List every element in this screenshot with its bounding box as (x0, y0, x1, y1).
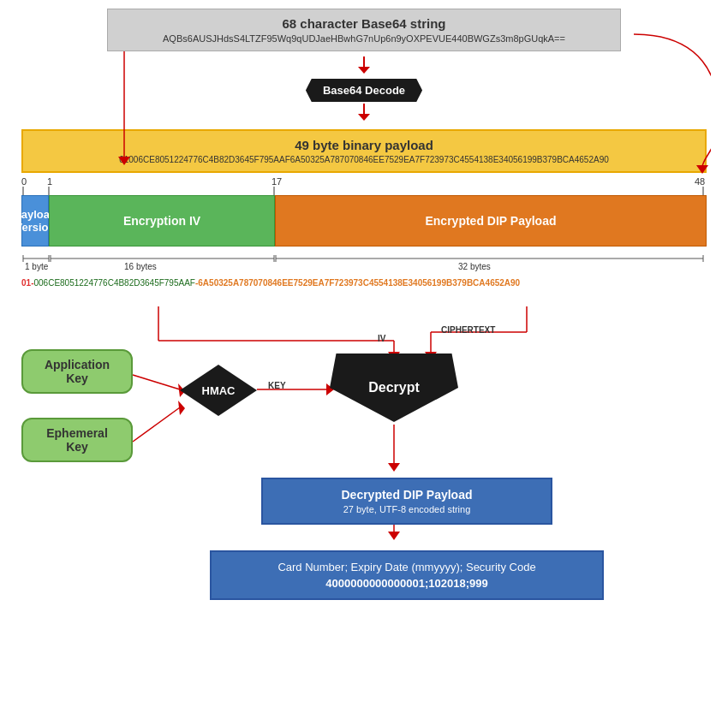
ruler-tick-1: 1 (47, 176, 52, 187)
hex-iv: 006CE8051224776C4B82D3645F795AAF (33, 278, 194, 288)
svg-marker-28 (178, 401, 185, 415)
app-key-label: Application Key (45, 358, 110, 385)
key-label: KEY (268, 381, 286, 390)
svg-line-27 (133, 407, 180, 442)
hex-row: 01-006CE8051224776C4B82D3645F795AAF-6A50… (21, 277, 707, 289)
hex-version: 01 (21, 278, 31, 288)
ruler-tick-0: 0 (21, 176, 27, 187)
card-value: 4000000000000001;102018;999 (220, 577, 594, 590)
decrypted-payload-box: Decrypted DIP Payload 27 byte, UTF-8 enc… (261, 478, 552, 525)
payload-box: 49 byte binary payload 01006CE8051224776… (21, 129, 707, 173)
base64-decode-button[interactable]: Base64 Decode (306, 79, 422, 102)
ciphertext-label: CIPHERTEXT (441, 325, 495, 335)
byte-label-16: 16 bytes (124, 262, 157, 271)
svg-marker-1 (358, 67, 370, 74)
svg-marker-34 (388, 532, 400, 540)
application-key-box: Application Key (21, 349, 133, 394)
segment-iv: Encryption IV (49, 195, 275, 247)
segment-iv-label: Encryption IV (123, 214, 200, 228)
decrypt-shape: Decrypt (330, 354, 458, 422)
hex-encrypted: 6A50325A787070846EE7529EA7F723973C455413… (198, 278, 520, 288)
segment-version: Payload Version (21, 195, 49, 247)
payload-title: 49 byte binary payload (33, 138, 695, 152)
svg-marker-3 (358, 114, 370, 121)
card-number-box: Card Number; Expiry Date (mmyyyy); Secur… (210, 550, 604, 600)
base64-box: 68 character Base64 string AQBs6AUSJHdsS… (107, 9, 621, 51)
iv-label: IV (378, 334, 385, 343)
byte-label-1: 1 byte (25, 262, 48, 271)
decrypted-payload-title: Decrypted DIP Payload (272, 488, 542, 502)
byte-label-32: 32 bytes (458, 262, 491, 271)
decrypted-payload-sub: 27 byte, UTF-8 encoded string (272, 504, 542, 514)
eph-key-label: Ephemeral Key (46, 426, 108, 454)
ruler-tick-17: 17 (272, 176, 282, 187)
base64-value: AQBs6AUSJHdsS4LTZF95Wq9qUDJaeHBwhG7nUp6n… (118, 33, 610, 44)
hmac-shape: HMAC (180, 365, 257, 416)
svg-line-25 (133, 375, 180, 389)
base64-title: 68 character Base64 string (118, 16, 610, 31)
ruler-tick-48: 48 (695, 176, 705, 187)
segments-bar: Payload Version Encryption IV Encrypted … (21, 195, 707, 247)
payload-value: 01006CE8051224776C4B82D3645F795AAF6A5032… (33, 155, 695, 164)
hmac-label: HMAC (202, 384, 236, 397)
ephemeral-key-box: Ephemeral Key (21, 418, 133, 462)
segment-encrypted-label: Encrypted DIP Payload (425, 214, 556, 228)
card-title: Card Number; Expiry Date (mmyyyy); Secur… (220, 561, 594, 573)
segment-encrypted: Encrypted DIP Payload (275, 195, 707, 247)
svg-marker-32 (388, 463, 400, 472)
decrypt-label: Decrypt (368, 380, 420, 395)
